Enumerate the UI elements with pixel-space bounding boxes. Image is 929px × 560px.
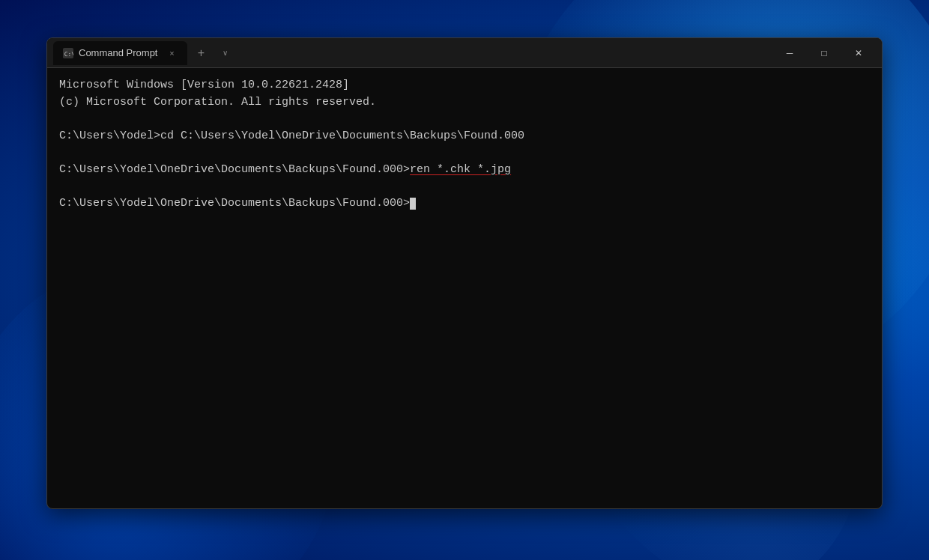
cmd-ren: ren *.chk *.jpg <box>410 163 511 176</box>
window-controls: ─ □ ✕ <box>772 41 876 65</box>
maximize-button[interactable]: □ <box>807 41 841 65</box>
line-cd-command: C:\Users\Yodel>cd C:\Users\Yodel\OneDriv… <box>59 128 870 145</box>
blank-1 <box>59 111 870 128</box>
line-ren-command: C:\Users\Yodel\OneDrive\Documents\Backup… <box>59 162 870 179</box>
minimize-button[interactable]: ─ <box>772 41 807 65</box>
title-bar: C:\ Command Prompt × + ∨ ─ □ ✕ <box>47 38 882 68</box>
line-2: (c) Microsoft Corporation. All rights re… <box>59 94 870 112</box>
new-tab-button[interactable]: + <box>190 43 211 64</box>
tab-close-button[interactable]: × <box>165 46 178 60</box>
tab-dropdown-button[interactable]: ∨ <box>214 43 235 64</box>
cursor <box>410 198 416 210</box>
svg-text:C:\: C:\ <box>64 50 73 57</box>
blank-2 <box>59 144 870 162</box>
line-prompt-cursor: C:\Users\Yodel\OneDrive\Documents\Backup… <box>59 195 870 213</box>
line-1: Microsoft Windows [Version 10.0.22621.24… <box>59 77 870 94</box>
close-button[interactable]: ✕ <box>841 41 876 65</box>
tab-title: Command Prompt <box>79 47 157 58</box>
prompt-1: C:\Users\Yodel> <box>59 130 160 142</box>
active-tab[interactable]: C:\ Command Prompt × <box>53 41 187 65</box>
terminal-content[interactable]: Microsoft Windows [Version 10.0.22621.24… <box>47 68 882 508</box>
tab-area: C:\ Command Prompt × + ∨ <box>53 41 413 65</box>
cmd-cd: cd C:\Users\Yodel\OneDrive\Documents\Bac… <box>160 130 524 142</box>
cmd-icon: C:\ <box>62 47 74 59</box>
prompt-3: C:\Users\Yodel\OneDrive\Documents\Backup… <box>59 197 410 210</box>
blank-3 <box>59 178 870 195</box>
prompt-2: C:\Users\Yodel\OneDrive\Documents\Backup… <box>59 163 410 176</box>
terminal-window: C:\ Command Prompt × + ∨ ─ □ ✕ Microsoft… <box>46 37 883 509</box>
